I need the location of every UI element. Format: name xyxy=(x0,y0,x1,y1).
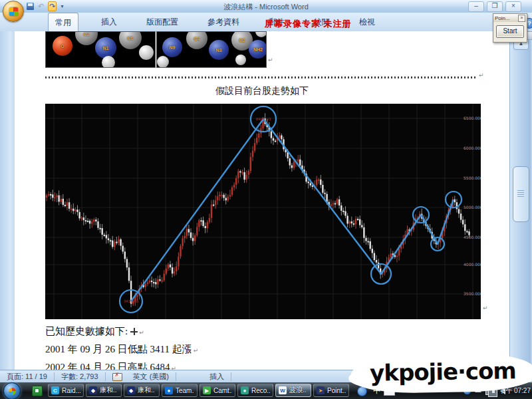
taskbar-button[interactable]: ◆ 康和.. xyxy=(124,384,160,397)
separator xyxy=(231,372,231,381)
start-button[interactable] xyxy=(3,382,21,399)
atom: NH2 xyxy=(249,40,267,59)
svg-text:3411.68: 3411.68 xyxy=(124,299,139,303)
recorder-popup: Poin... × Start xyxy=(493,13,527,43)
ribbon-tab[interactable]: 檢視 xyxy=(352,13,382,31)
molecule-image-right[interactable]: N9C4N3C2NH2 xyxy=(156,31,267,68)
taskbar-button-label: 波浪.. xyxy=(289,386,307,395)
paragraph-mark: ↵ xyxy=(139,329,144,336)
svg-text:3500.000: 3500.000 xyxy=(464,291,481,296)
taskbar-button-icon: ➤ xyxy=(317,386,325,394)
svg-text:6484.93: 6484.93 xyxy=(256,117,271,121)
office-logo-icon xyxy=(9,7,18,16)
close-button[interactable]: × xyxy=(505,1,521,12)
hydrogen-atom xyxy=(157,56,169,68)
svg-text:5500.000: 5500.000 xyxy=(464,176,481,180)
atom: N1 xyxy=(95,37,116,59)
separator xyxy=(105,372,106,381)
page-indicator[interactable]: 頁面: 11 / 19 xyxy=(0,370,54,383)
taskbar-button-icon: ◆ xyxy=(127,386,135,394)
paragraph-mark: ↵ xyxy=(194,347,199,354)
insert-mode-indicator[interactable]: 插入 xyxy=(203,370,231,383)
taskbar-button[interactable]: C Raid... xyxy=(48,384,84,397)
minimize-button[interactable]: – xyxy=(468,1,484,12)
history-intro-text: 已知歷史數據如下: xyxy=(45,326,128,336)
taskbar-button[interactable]: ➤ Point... xyxy=(313,384,349,397)
site-watermark-text: ykpojie·com xyxy=(370,357,516,386)
taskbar-button-label: Raid... xyxy=(62,387,80,394)
ribbon-tab[interactable]: 常用 xyxy=(48,13,78,31)
paragraph-mark: ↵ xyxy=(483,305,488,311)
molecule-right-atoms: N9C4N3C2NH2 xyxy=(157,32,266,67)
paragraph-mark: ↵ xyxy=(479,72,484,78)
molecule-image-left[interactable]: OC2N1C6 xyxy=(45,31,156,68)
office-button[interactable] xyxy=(3,1,24,22)
recorder-popup-close-icon[interactable]: × xyxy=(518,15,525,22)
show-hidden-icons-icon[interactable] xyxy=(475,388,481,392)
language-bar-icon[interactable] xyxy=(357,386,367,396)
atom: C2 xyxy=(75,31,98,45)
taskbar-button[interactable]: ◆ 康和.. xyxy=(86,384,122,397)
taskbar-buttons: C Raid... ◆ 康和.. ◆ 康和.. ● Team... ▶ Camt… xyxy=(48,384,349,397)
candlestick-chart-svg: 6500.0006000.0005500.0005000.0004500.000… xyxy=(45,104,481,319)
separator xyxy=(176,372,176,381)
taskbar-button-label: 康和.. xyxy=(138,386,155,395)
quick-launch-icon[interactable] xyxy=(32,386,43,396)
taskbar-button[interactable]: ▶ Camt... xyxy=(200,384,235,397)
atom: O xyxy=(53,36,72,56)
recorder-start-button[interactable]: Start xyxy=(496,25,524,38)
document-paragraphs: 已知歷史數據如下:↵ 2001 年 09 月 26 日低點 3411 起漲↵ 2… xyxy=(45,323,198,377)
taskbar-button-label: Point... xyxy=(327,387,346,394)
title-bar: ↶ ↷ ▾ 波浪結構 - Microsoft Word – ❐ × xyxy=(0,0,532,13)
taskbar-button-icon: ◆ xyxy=(89,386,97,394)
mouse-cursor-icon xyxy=(130,328,138,335)
hydrogen-atom xyxy=(102,56,115,68)
taskbar-button-icon: ▶ xyxy=(203,386,211,394)
spellcheck-icon[interactable] xyxy=(112,373,122,381)
word-count[interactable]: 字數: 2,793 xyxy=(55,370,105,383)
screen: ↶ ↷ ▾ 波浪結構 - Microsoft Word – ❐ × 常用插入版面… xyxy=(0,0,532,399)
taskbar-button[interactable]: ● Reco... xyxy=(237,384,273,397)
molecule-left-atoms: OC2N1C6 xyxy=(46,32,155,67)
window-title: 波浪結構 - Microsoft Word xyxy=(0,2,532,12)
svg-text:5000.000: 5000.000 xyxy=(464,205,481,209)
stock-chart-image[interactable]: 6500.0006000.0005500.0005000.0004500.000… xyxy=(45,104,481,319)
windows-logo-icon xyxy=(8,387,16,395)
clock[interactable]: 下午 07:27 xyxy=(499,386,531,396)
svg-text:6000.000: 6000.000 xyxy=(464,146,481,150)
ribbon-tab[interactable]: 版面配置 xyxy=(140,13,185,31)
ribbon-tab[interactable]: 參考資料 xyxy=(201,13,246,31)
screen-recorder-watermark: 屏幕录像专家 未注册 xyxy=(265,18,352,30)
document-heading: 假設目前台股走勢如下 xyxy=(15,85,509,97)
vertical-scrollbar[interactable]: ▲ xyxy=(509,31,531,370)
taskbar-button-icon: ● xyxy=(165,386,173,394)
taskbar-button[interactable]: W 波浪.. xyxy=(275,384,311,397)
svg-text:6500.000: 6500.000 xyxy=(464,116,481,120)
atom: N3 xyxy=(209,40,229,60)
svg-text:4000.000: 4000.000 xyxy=(464,262,481,267)
taskbar-button-icon: W xyxy=(279,386,287,394)
dotted-separator xyxy=(45,76,477,78)
scrollbar-thumb[interactable] xyxy=(513,166,529,222)
restore-button[interactable]: ❐ xyxy=(487,1,503,12)
hydrogen-atom xyxy=(139,45,154,60)
taskbar-button-label: 康和.. xyxy=(100,386,117,395)
ribbon-tab[interactable]: 插入 xyxy=(94,13,124,31)
recorder-popup-title: Poin... xyxy=(495,15,510,21)
language-indicator[interactable]: 英文 (美國) xyxy=(126,370,176,383)
taskbar-button-icon: ● xyxy=(241,386,249,394)
svg-text:4500.000: 4500.000 xyxy=(464,235,481,239)
atom: C6 xyxy=(119,31,142,49)
taskbar-button[interactable]: ● Team... xyxy=(162,384,198,397)
atom: N9 xyxy=(162,37,182,57)
hydrogen-atom xyxy=(235,55,246,65)
taskbar-button-label: Camt... xyxy=(213,387,232,394)
taskbar-button-label: Reco... xyxy=(251,387,270,394)
history-low-text: 2001 年 09 月 26 日低點 3411 起漲 xyxy=(45,344,192,354)
atom: C4 xyxy=(186,31,207,49)
paragraph-mark: ↵ xyxy=(268,57,273,63)
taskbar-button-icon: C xyxy=(51,386,59,394)
ime-indicator[interactable]: 中 xyxy=(373,386,380,396)
document-left-margin xyxy=(0,31,15,370)
taskbar-button-label: Team... xyxy=(176,387,194,394)
